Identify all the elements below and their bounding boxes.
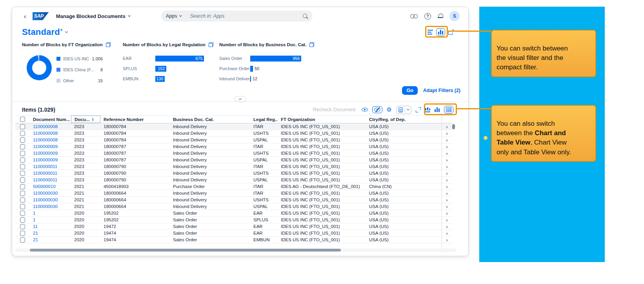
bar-row[interactable]: EAR675 [123,53,218,63]
go-button[interactable]: Go [402,86,417,95]
row-details-chevron[interactable]: › [442,230,452,236]
notifications-bell-icon[interactable] [438,14,443,18]
col-header-ft-organization[interactable]: FT Organization [278,117,366,122]
export-split-button[interactable] [396,106,411,114]
row-checkbox[interactable] [20,217,25,222]
document-number-link[interactable]: 1100000011 [30,164,71,169]
row-details-chevron[interactable]: › [442,197,452,203]
row-checkbox[interactable] [20,144,25,149]
document-number-link[interactable]: 1100000008 [30,137,71,142]
row-checkbox[interactable] [20,197,25,203]
table-row[interactable]: 11000000302021180000664Inbound DeliveryU… [15,197,452,203]
copy-icon[interactable] [309,42,314,47]
horizontal-scrollbar[interactable] [15,248,456,252]
bar[interactable]: 130 [155,76,165,82]
row-checkbox[interactable] [20,131,25,136]
document-number-link[interactable]: 21 [30,237,71,242]
table-row[interactable]: 12020195202Sales OrderEARIDES US INC (FT… [15,210,452,217]
table-row[interactable]: 11000000082023180000784Inbound DeliveryU… [15,130,452,137]
table-row[interactable]: 11000000092023180000787Inbound DeliveryI… [15,143,452,150]
document-number-link[interactable]: 11 [30,224,71,229]
document-number-link[interactable]: 1 [30,217,71,222]
legend-item[interactable]: IDES China (F...8 [56,64,103,75]
help-icon[interactable]: ? [424,13,431,20]
table-row[interactable]: 50000001020214500418903Purchase OrderITA… [15,183,452,190]
row-details-chevron[interactable]: › [442,224,452,230]
table-row[interactable]: 11000000302021180000664Inbound DeliveryU… [15,203,452,210]
row-checkbox[interactable] [20,151,25,156]
bar[interactable]: 956 [250,56,301,62]
table-row[interactable]: 11000000082023180000784Inbound DeliveryI… [15,123,452,130]
row-details-chevron[interactable]: › [442,190,452,196]
row-checkbox[interactable] [20,231,25,236]
document-number-link[interactable]: 1100000030 [30,191,71,195]
search-scope-select[interactable]: Apps [166,13,182,19]
document-number-link[interactable]: 1100000009 [30,157,71,162]
row-details-chevron[interactable]: › [442,137,452,143]
bar-row[interactable]: SPLUS152 [123,63,218,74]
shell-search[interactable]: Apps Search in: Apps [161,11,313,22]
row-checkbox[interactable] [20,124,25,129]
hide-details-button[interactable] [372,106,382,113]
table-row[interactable]: 11000000092023180000787Inbound DeliveryU… [15,150,452,157]
search-icon[interactable] [303,14,308,19]
row-details-chevron[interactable]: › [442,237,452,243]
bar[interactable] [250,76,251,82]
col-header-document-year[interactable]: Docu... ↓ [71,116,100,123]
binoculars-icon[interactable] [410,14,418,18]
variant-title[interactable]: Standard [22,27,60,37]
document-number-link[interactable]: 1100000011 [30,171,71,175]
row-checkbox[interactable] [20,137,25,143]
vertical-scrollbar-thumb[interactable] [452,124,455,129]
bar-row[interactable]: Purchase Order50 [219,63,318,74]
document-number-link[interactable]: 1100000008 [30,124,71,129]
copy-icon[interactable] [106,42,111,47]
table-row[interactable]: 11000000112023180000790Inbound DeliveryU… [15,170,452,177]
document-number-link[interactable]: 1100000011 [30,177,71,182]
document-number-link[interactable]: 500000010 [30,184,71,189]
row-details-chevron[interactable]: › [442,204,452,210]
table-row[interactable]: 11000000082023180000784Inbound DeliveryU… [15,137,452,143]
row-details-chevron[interactable]: › [442,217,452,223]
col-header-country[interactable]: Ctry/Reg. of Dep. [366,117,442,122]
col-header-document-number[interactable]: Document Num... [30,117,71,122]
col-header-reference-number[interactable]: Reference Number [100,117,170,122]
chevron-down-icon[interactable] [65,30,68,33]
row-checkbox[interactable] [20,204,25,209]
table-row[interactable]: 11202019472Sales OrderEARIDES US INC (FT… [15,223,452,230]
document-number-link[interactable]: 1100000008 [30,131,71,136]
show-details-eye-icon[interactable] [362,108,368,112]
recheck-document-button[interactable]: Recheck Document [313,107,355,112]
row-checkbox[interactable] [20,157,25,163]
row-checkbox[interactable] [20,224,25,229]
row-details-chevron[interactable]: › [442,157,452,163]
bar-row[interactable]: EMBUN130 [123,74,218,84]
document-number-link[interactable]: 1100000009 [30,151,71,156]
row-details-chevron[interactable]: › [442,170,452,176]
bar-row[interactable]: Sales Order956 [219,53,318,63]
table-row[interactable]: 12020195202Sales OrderSPLUSIDES US INC (… [15,217,452,223]
row-checkbox[interactable] [20,177,25,183]
row-details-chevron[interactable]: › [442,164,452,170]
fullscreen-expand-icon[interactable] [416,107,421,112]
bar[interactable]: 152 [155,66,166,72]
row-details-chevron[interactable]: › [442,177,452,183]
table-row[interactable]: 11000000302021180000664Inbound DeliveryI… [15,190,452,197]
copy-icon[interactable] [209,42,213,47]
col-header-legal-regulation[interactable]: Legal Reg... [250,117,278,122]
row-checkbox[interactable] [20,184,25,189]
adapt-filters-link[interactable]: Adapt Filters (2) [423,88,460,93]
row-details-chevron[interactable]: › [442,150,452,156]
collapse-header-button[interactable] [235,96,246,102]
table-row[interactable]: 21202019474Sales OrderEARIDES US INC (FT… [15,230,452,237]
bar-row[interactable]: Inbound Delivery12 [219,74,318,84]
row-checkbox[interactable] [20,237,25,242]
legend-item[interactable]: Other15 [56,75,103,86]
row-checkbox[interactable] [20,164,25,169]
document-number-link[interactable]: 1100000030 [30,197,71,202]
col-header-business-doc-cat[interactable]: Business Doc. Cat. [170,117,250,122]
legend-item[interactable]: IDES US INC (...1.006 [56,53,103,64]
row-details-chevron[interactable]: › [442,130,452,136]
bar[interactable] [250,66,253,72]
table-row[interactable]: 21202019474Sales OrderEMBUNIDES US INC (… [15,237,452,243]
